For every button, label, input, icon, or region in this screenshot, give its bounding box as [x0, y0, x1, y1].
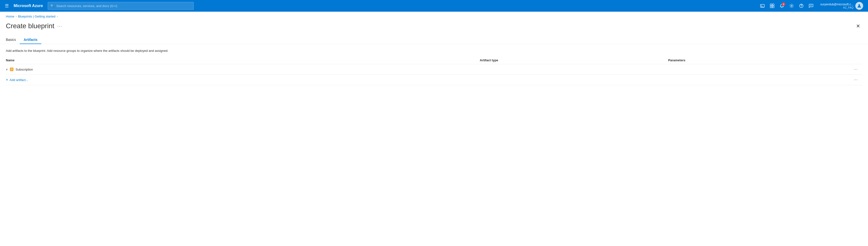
- avatar: [855, 2, 863, 10]
- tabs: Basics Artifacts: [0, 30, 868, 44]
- navbar: ☰ Microsoft Azure 🔍 1: [0, 0, 868, 12]
- svg-point-8: [801, 7, 802, 7]
- notifications-icon[interactable]: 1: [777, 1, 786, 10]
- svg-point-11: [859, 4, 860, 6]
- subscription-actions: ···: [794, 64, 862, 75]
- svg-point-6: [791, 5, 792, 6]
- search-input[interactable]: [56, 4, 191, 8]
- svg-point-14: [11, 69, 12, 70]
- user-name: suryendub@microsoft.c...: [820, 3, 854, 6]
- breadcrumb-sep-2: ›: [57, 15, 58, 18]
- col-header-name: Name: [6, 57, 477, 64]
- subscription-icon: [9, 67, 14, 72]
- description-text: Add artifacts to the blueprint. Add reso…: [6, 49, 862, 53]
- subscription-label: Subscription: [16, 68, 33, 71]
- portal-menu-icon[interactable]: [768, 1, 776, 10]
- table-header-row: Name Artifact type Parameters: [6, 57, 862, 64]
- help-icon[interactable]: [797, 1, 806, 10]
- user-menu[interactable]: suryendub@microsoft.c... AZ_FAQ: [818, 1, 865, 11]
- expand-chevron-icon[interactable]: ∨: [6, 68, 8, 71]
- nav-icons: 1: [758, 1, 815, 10]
- brand-logo: Microsoft Azure: [13, 4, 43, 8]
- subscription-cell: ∨: [6, 64, 477, 75]
- add-artifact-button[interactable]: + Add artifact...: [6, 78, 28, 82]
- svg-rect-3: [772, 4, 774, 6]
- col-header-type: Artifact type: [477, 57, 665, 64]
- add-plus-icon: +: [6, 78, 8, 82]
- close-button[interactable]: ✕: [854, 22, 862, 30]
- col-header-actions: [794, 57, 862, 64]
- svg-rect-4: [770, 6, 772, 8]
- user-sub: AZ_FAQ: [820, 6, 854, 9]
- breadcrumb: Home › Blueprints | Getting started ›: [0, 12, 868, 20]
- subscription-row-menu[interactable]: ···: [852, 67, 859, 72]
- artifact-table: Name Artifact type Parameters ∨: [6, 57, 862, 85]
- tab-basics[interactable]: Basics: [6, 36, 20, 44]
- add-artifact-table-row: + Add artifact... ···: [6, 75, 862, 85]
- page-title: Create blueprint: [6, 22, 54, 30]
- tab-artifacts[interactable]: Artifacts: [20, 36, 41, 44]
- add-artifact-cell: + Add artifact...: [6, 75, 477, 85]
- breadcrumb-home[interactable]: Home: [6, 14, 14, 18]
- settings-icon[interactable]: [787, 1, 796, 10]
- svg-rect-5: [772, 6, 774, 8]
- add-artifact-row-menu[interactable]: ···: [852, 77, 859, 83]
- breadcrumb-sep-1: ›: [16, 15, 17, 18]
- search-icon: 🔍: [50, 4, 54, 8]
- search-bar[interactable]: 🔍: [48, 2, 194, 10]
- cloud-shell-icon[interactable]: [758, 1, 767, 10]
- table-row: ∨: [6, 64, 862, 75]
- hamburger-menu-icon[interactable]: ☰: [3, 2, 11, 9]
- svg-rect-0: [761, 4, 764, 7]
- page-header: Create blueprint ··· ✕: [0, 20, 868, 30]
- svg-rect-2: [770, 4, 772, 6]
- feedback-icon[interactable]: [807, 1, 815, 10]
- col-header-params: Parameters: [665, 57, 794, 64]
- subscription-type: [477, 64, 665, 75]
- add-artifact-label: Add artifact...: [9, 78, 28, 82]
- notification-badge: 1: [782, 2, 785, 6]
- page-title-menu-icon[interactable]: ···: [57, 24, 62, 29]
- breadcrumb-section[interactable]: Blueprints | Getting started: [18, 14, 56, 18]
- main-content: Add artifacts to the blueprint. Add reso…: [0, 44, 868, 85]
- subscription-params: [665, 64, 794, 75]
